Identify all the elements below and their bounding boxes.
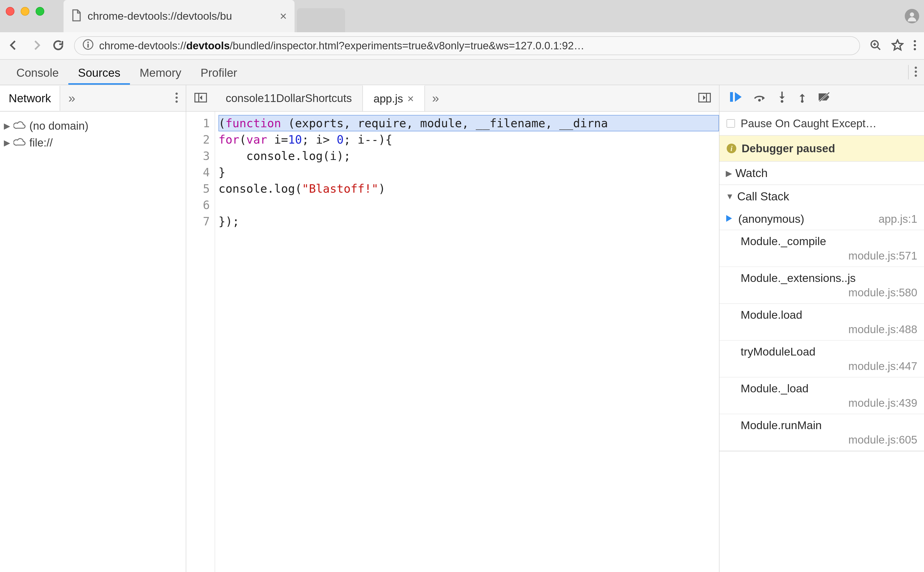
step-into-button[interactable] [777,91,787,105]
devtools-tab-memory[interactable]: Memory [130,61,191,85]
svg-point-14 [176,93,178,95]
svg-rect-18 [195,93,199,102]
code-editor[interactable]: 1234567 (function (exports, require, mod… [186,112,719,572]
sidebar-menu-icon[interactable] [168,92,186,104]
devtools-tab-profiler[interactable]: Profiler [191,61,247,85]
frame-name: tryModuleLoad [740,345,917,358]
profile-button[interactable] [905,9,919,23]
bookmark-star-icon[interactable] [891,39,904,53]
svg-rect-3 [87,44,89,48]
navigator-sidebar: Network » ▶(no domain)▶file:// [0,85,186,572]
step-out-button[interactable] [797,91,807,105]
workspace: Network » ▶(no domain)▶file:// console11… [0,85,924,572]
editor-tab-label: app.js [373,92,403,105]
tree-node-label: (no domain) [30,119,88,132]
frame-location: module.js:439 [740,396,917,409]
browser-tab-active[interactable]: chrome-devtools://devtools/bu × [64,0,294,32]
frame-name: Module._extensions..js [740,271,917,284]
line-number: 3 [186,148,210,164]
frame-location: app.js:1 [879,212,917,225]
nav-toolbar: chrome-devtools://devtools/bundled/inspe… [0,32,924,60]
pause-on-caught-checkbox[interactable] [727,119,735,127]
site-info-icon[interactable] [83,39,93,52]
back-button[interactable] [8,39,20,53]
chrome-menu-icon[interactable] [913,40,916,51]
stack-frame[interactable]: Module.runMainmodule.js:605 [719,414,924,451]
svg-point-24 [781,100,783,103]
resume-button[interactable] [729,91,743,105]
line-number: 7 [186,213,210,230]
editor-tab[interactable]: app.js× [362,85,425,111]
frame-location: module.js:447 [740,360,917,373]
minimize-window-button[interactable] [21,7,30,16]
browser-chrome: chrome-devtools://devtools/bu × chrome-d… [0,0,924,60]
frame-location: module.js:580 [740,286,917,299]
code-content[interactable]: (function (exports, require, module, __f… [215,112,719,572]
address-bar[interactable]: chrome-devtools://devtools/bundled/inspe… [74,36,860,55]
code-line: for(var i=10; i> 0; i--){ [218,131,719,148]
svg-point-13 [915,75,917,77]
sidebar-overflow-icon[interactable]: » [60,91,84,105]
frame-location: module.js:571 [740,249,917,262]
sidebar-tab-network[interactable]: Network [0,86,60,110]
maximize-window-button[interactable] [36,7,44,16]
sidebar-tree-node[interactable]: ▶(no domain) [2,117,184,134]
stack-frame[interactable]: tryModuleLoadmodule.js:447 [719,340,924,378]
reload-button[interactable] [52,39,64,53]
pause-on-caught-row[interactable]: Pause On Caught Except… [719,112,924,136]
tree-node-label: file:// [30,136,53,149]
stack-frame[interactable]: Module.loadmodule.js:488 [719,304,924,340]
devtools-menu-icon[interactable] [915,66,917,78]
expand-triangle-icon: ▶ [4,121,10,131]
call-stack-header[interactable]: ▼ Call Stack [719,185,924,208]
code-line: (function (exports, require, module, __f… [218,115,719,131]
debugger-status: i Debugger paused [719,136,924,162]
frame-location: module.js:488 [740,323,917,336]
devtools-tab-sources[interactable]: Sources [68,61,130,85]
close-tab-icon[interactable]: × [408,92,414,105]
sidebar-tree: ▶(no domain)▶file:// [0,112,186,157]
step-over-button[interactable] [753,92,767,105]
toggle-debugger-icon[interactable] [690,93,719,104]
stack-frame[interactable]: Module._compilemodule.js:571 [719,230,924,267]
frame-name: Module._load [740,382,917,395]
call-stack-list: (anonymous)app.js:1Module._compilemodule… [719,208,924,451]
pause-on-caught-label: Pause On Caught Except… [740,117,877,130]
zoom-icon[interactable] [870,39,882,52]
line-number: 6 [186,197,210,213]
close-tab-icon[interactable]: × [280,9,287,23]
editor-tabstrip: console11DollarShortcutsapp.js× » [186,85,719,112]
svg-point-2 [87,42,89,43]
tab-title: chrome-devtools://devtools/bu [87,10,274,22]
editor-tab[interactable]: console11DollarShortcuts [215,85,362,111]
svg-rect-20 [706,93,710,102]
svg-rect-21 [730,92,733,102]
expand-triangle-icon: ▼ [726,192,734,201]
stack-frame[interactable]: Module._extensions..jsmodule.js:580 [719,267,924,304]
stack-frame[interactable]: (anonymous)app.js:1 [719,208,924,230]
close-window-button[interactable] [6,7,14,16]
deactivate-breakpoints-button[interactable] [818,92,831,105]
divider [908,65,908,79]
svg-point-15 [176,96,178,99]
info-icon: i [727,144,736,153]
status-text: Debugger paused [742,142,835,155]
current-frame-arrow-icon [725,212,733,225]
forward-button[interactable] [30,39,42,53]
line-number: 5 [186,180,210,197]
svg-point-11 [915,67,917,69]
call-stack-label: Call Stack [737,190,789,203]
url-text: chrome-devtools://devtools/bundled/inspe… [99,40,585,52]
expand-triangle-icon: ▶ [4,138,10,148]
sidebar-tree-node[interactable]: ▶file:// [2,134,184,151]
devtools-tab-console[interactable]: Console [7,61,68,85]
editor-overflow-icon[interactable]: » [425,91,446,105]
frame-name: (anonymous) [738,212,874,225]
cloud-icon [14,136,26,149]
watch-header[interactable]: ▶ Watch [719,162,924,185]
toggle-navigator-icon[interactable] [186,93,215,104]
stack-frame[interactable]: Module._loadmodule.js:439 [719,378,924,414]
frame-location: module.js:605 [740,433,917,446]
call-stack-section: ▼ Call Stack (anonymous)app.js:1Module._… [719,185,924,451]
new-tab-button[interactable] [297,8,345,32]
